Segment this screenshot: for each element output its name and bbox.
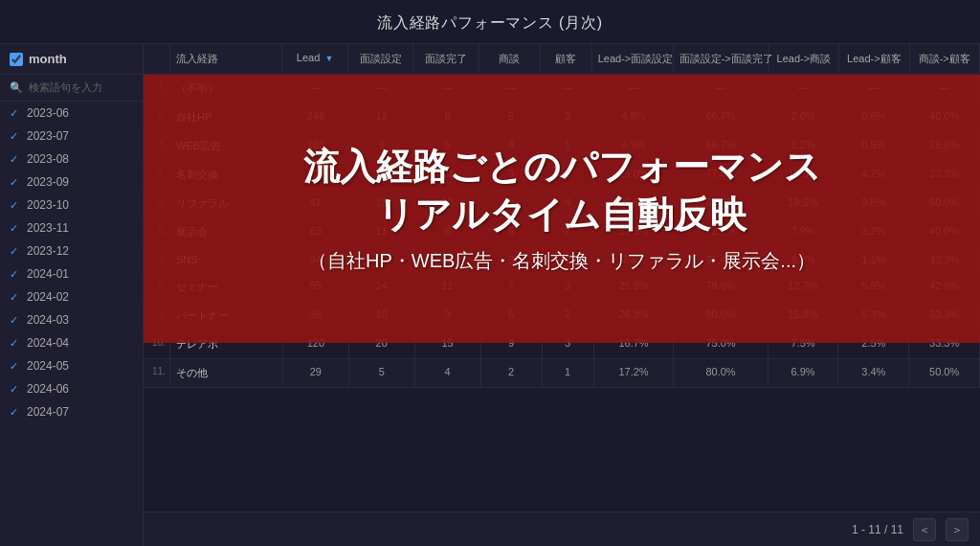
th-route: 流入経路	[170, 44, 282, 74]
overlay-title-line2: リアルタイム自動反映	[303, 192, 821, 239]
overlay-banner: 流入経路ごとのパフォーマンス リアルタイム自動反映 （自社HP・WEB広告・名刺…	[144, 75, 980, 343]
check-icon: ✓	[10, 337, 21, 350]
check-icon: ✓	[10, 222, 21, 235]
row-number: 11.	[144, 359, 170, 387]
sidebar-item-label: 2023-06	[27, 106, 69, 120]
sidebar-item-label: 2023-07	[27, 129, 69, 143]
td-lead-cust: 3.4%	[838, 359, 909, 387]
td-lead-nego: 6.9%	[768, 359, 839, 387]
sidebar-item-label: 2024-06	[27, 382, 69, 396]
td-meeting-conv: 80.0%	[674, 359, 768, 387]
content-area: 流入経路 Lead ▼ 面談設定 面談完了 商談 顧客 Lead->面談設定 面…	[144, 44, 980, 546]
th-rownum	[144, 44, 170, 74]
sidebar-item-label: 2024-04	[27, 336, 69, 350]
table-body: 流入経路ごとのパフォーマンス リアルタイム自動反映 （自社HP・WEB広告・名刺…	[144, 75, 980, 512]
sidebar-item-2023-11[interactable]: ✓ 2023-11	[0, 216, 143, 239]
th-nego: 商談	[479, 44, 541, 74]
sidebar-items-list: ✓ 2023-06 ✓ 2023-07 ✓ 2023-08 ✓ 2023-09 …	[0, 102, 143, 546]
sidebar-item-2023-06[interactable]: ✓ 2023-06	[0, 102, 143, 125]
check-icon: ✓	[10, 153, 21, 166]
search-icon: 🔍	[10, 81, 23, 94]
td-nego-cust: 50.0%	[909, 359, 980, 387]
sidebar-search-row[interactable]: 🔍 検索語句を入力	[0, 75, 143, 102]
sidebar-item-2024-04[interactable]: ✓ 2024-04	[0, 331, 143, 354]
table-header: 流入経路 Lead ▼ 面談設定 面談完了 商談 顧客 Lead->面談設定 面…	[144, 44, 980, 75]
overlay-title: 流入経路ごとのパフォーマンス リアルタイム自動反映	[303, 144, 821, 239]
td-nego: 2	[481, 359, 543, 387]
th-nego-cust: 商談->顧客	[910, 44, 980, 74]
sidebar-item-2024-01[interactable]: ✓ 2024-01	[0, 262, 143, 285]
td-meeting-set: 5	[349, 359, 415, 387]
month-checkbox[interactable]	[10, 53, 23, 66]
sidebar-item-2024-07[interactable]: ✓ 2024-07	[0, 400, 143, 423]
sidebar-item-2024-05[interactable]: ✓ 2024-05	[0, 354, 143, 377]
sidebar-item-label: 2023-10	[27, 198, 69, 212]
pagination-next-button[interactable]: ＞	[946, 518, 969, 541]
sidebar-item-2024-06[interactable]: ✓ 2024-06	[0, 377, 143, 400]
search-placeholder-text: 検索語句を入力	[29, 80, 102, 95]
th-lead-cust: Lead->顧客	[839, 44, 909, 74]
sidebar-item-label: 2023-11	[27, 221, 69, 235]
table-footer: 1 - 11 / 11 ＜ ＞	[144, 512, 980, 546]
sidebar-item-2024-03[interactable]: ✓ 2024-03	[0, 308, 143, 331]
td-route: その他	[170, 359, 283, 387]
main-layout: month 🔍 検索語句を入力 ✓ 2023-06 ✓ 2023-07 ✓ 20…	[0, 44, 980, 546]
sidebar-item-label: 2023-08	[27, 152, 69, 166]
check-icon: ✓	[10, 291, 21, 304]
sidebar-item-2023-09[interactable]: ✓ 2023-09	[0, 171, 143, 193]
td-customer: 1	[543, 359, 594, 387]
sidebar-item-label: 2024-01	[27, 267, 69, 281]
th-lead-nego: Lead->商談	[769, 44, 839, 74]
sidebar-item-label: 2024-03	[27, 313, 69, 327]
page-title: 流入経路パフォーマンス (月次)	[377, 14, 603, 31]
th-meeting-conv: 面談設定->面談完了	[674, 44, 769, 74]
page-header: 流入経路パフォーマンス (月次)	[0, 0, 980, 44]
th-meeting-set: 面談設定	[348, 44, 414, 74]
sidebar-month-label: month	[29, 52, 67, 66]
check-icon: ✓	[10, 383, 21, 396]
check-icon: ✓	[10, 360, 21, 373]
check-icon: ✓	[10, 107, 21, 120]
sidebar-item-2023-08[interactable]: ✓ 2023-08	[0, 148, 143, 171]
td-lead: 29	[283, 359, 349, 387]
sidebar-item-2024-02[interactable]: ✓ 2024-02	[0, 285, 143, 308]
check-icon: ✓	[10, 268, 21, 281]
sidebar-item-label: 2023-09	[27, 175, 69, 189]
check-icon: ✓	[10, 314, 21, 327]
pagination-text: 1 - 11 / 11	[852, 523, 903, 536]
sidebar-item-label: 2024-05	[27, 359, 69, 373]
td-meeting-done: 4	[415, 359, 481, 387]
sidebar-item-label: 2024-07	[27, 405, 69, 419]
check-icon: ✓	[10, 406, 21, 419]
th-customer: 顧客	[541, 44, 592, 74]
td-lead-meeting: 17.2%	[594, 359, 675, 387]
th-lead[interactable]: Lead ▼	[282, 44, 348, 74]
sidebar-item-2023-10[interactable]: ✓ 2023-10	[0, 193, 143, 216]
th-meeting-done: 面談完了	[413, 44, 479, 74]
sidebar-item-label: 2024-02	[27, 290, 69, 304]
check-icon: ✓	[10, 130, 21, 143]
sidebar-item-2023-07[interactable]: ✓ 2023-07	[0, 125, 143, 148]
overlay-title-line1: 流入経路ごとのパフォーマンス	[303, 144, 821, 191]
table-row: 11. その他 29 5 4 2 1 17.2% 80.0% 6.9% 3.4%…	[144, 359, 980, 388]
sidebar-item-2023-12[interactable]: ✓ 2023-12	[0, 239, 143, 262]
pagination-prev-button[interactable]: ＜	[913, 518, 936, 541]
sidebar-month-filter[interactable]: month	[0, 44, 143, 75]
check-icon: ✓	[10, 199, 21, 212]
check-icon: ✓	[10, 245, 21, 258]
check-icon: ✓	[10, 176, 21, 189]
sidebar-item-label: 2023-12	[27, 244, 69, 258]
th-lead-meeting: Lead->面談設定	[592, 44, 674, 74]
lead-sort-icon: ▼	[324, 54, 333, 63]
overlay-subtitle: （自社HP・WEB広告・名刺交換・リファラル・展示会...）	[308, 248, 815, 274]
sidebar: month 🔍 検索語句を入力 ✓ 2023-06 ✓ 2023-07 ✓ 20…	[0, 44, 144, 546]
